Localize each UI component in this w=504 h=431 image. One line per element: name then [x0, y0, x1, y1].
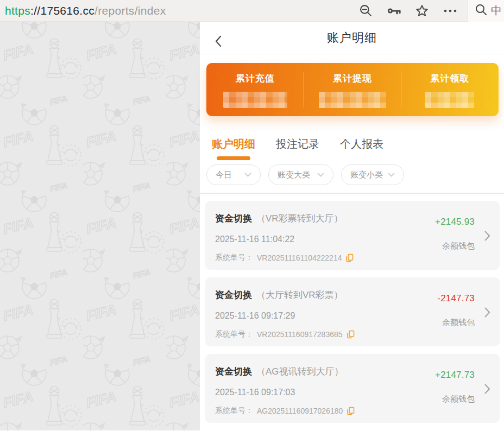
filter-major-category-dropdown[interactable]: 账变大类 [268, 164, 333, 185]
summary-label: 累计充值 [206, 72, 304, 85]
browser-toolbar: https://175616.cc/reports/index [0, 0, 504, 22]
summary-label: 累计领取 [401, 72, 499, 85]
transaction-amount: -2147.73 [437, 293, 475, 304]
transaction-detail: （大厅转到VR彩票） [256, 290, 343, 300]
masked-value [319, 92, 386, 108]
transaction-card[interactable]: 资金切换（AG视讯转到大厅） 2025-11-16 09:17:03 系统单号：… [205, 354, 500, 423]
transaction-list: 资金切换（VR彩票转到大厅） 2025-11-16 11:04:22 系统单号：… [200, 194, 504, 430]
order-label: 系统单号： [215, 406, 253, 416]
transaction-time: 2025-11-16 09:17:29 [215, 311, 476, 321]
chevron-down-icon [244, 173, 251, 178]
back-icon[interactable] [213, 35, 224, 50]
transaction-card[interactable]: 资金切换（大厅转到VR彩票） 2025-11-16 09:17:29 系统单号：… [205, 277, 500, 346]
chevron-right-icon[interactable] [484, 307, 490, 320]
tab-label: 投注记录 [276, 138, 319, 150]
masked-value [223, 92, 287, 108]
transaction-amount: +2145.93 [435, 217, 475, 227]
fifa-wallpaper: FIFA FIFA [0, 22, 200, 430]
fifa-pattern-background: FIFA FIFA [0, 22, 200, 430]
more-options-icon[interactable] [443, 4, 458, 17]
tab-personal-report[interactable]: 个人报表 [340, 137, 383, 160]
transaction-amount-block: +2145.93 余额钱包 [435, 217, 475, 251]
order-number: AG202511160917026180 [257, 407, 343, 415]
wallet-label: 余额钱包 [437, 318, 475, 328]
bookmark-star-icon[interactable] [415, 4, 429, 18]
order-label: 系统单号： [215, 253, 253, 263]
wallet-label: 余额钱包 [435, 241, 475, 251]
tab-account-detail[interactable]: 账户明细 [212, 137, 255, 160]
zoom-out-icon[interactable] [359, 4, 373, 17]
search-icon [475, 3, 488, 18]
find-query-text: 中 [491, 3, 502, 18]
summary-total-claim: 累计领取 [401, 63, 499, 116]
masked-value [425, 92, 474, 108]
active-tab-underline [217, 156, 250, 160]
url-path: /reports/index [94, 4, 166, 17]
page-title: 账户明细 [327, 30, 377, 46]
transaction-card[interactable]: 资金切换（VR彩票转到大厅） 2025-11-16 11:04:22 系统单号：… [205, 201, 500, 270]
transaction-order-row: 系统单号：VR202511160917283685 [215, 329, 476, 339]
filter-bar: 今日 账变大类 账变小类 [200, 163, 504, 193]
address-bar[interactable]: https://175616.cc/reports/index [0, 4, 359, 17]
summary-card: 累计充值 累计提现 累计领取 [206, 63, 499, 116]
transaction-title: 资金切换（大厅转到VR彩票） [215, 289, 476, 301]
transaction-type: 资金切换 [215, 213, 252, 224]
toolbar-icons [359, 4, 458, 18]
transaction-detail: （VR彩票转到大厅） [256, 213, 343, 224]
summary-divider [401, 72, 401, 107]
find-in-page-box[interactable]: 中 [468, 0, 504, 22]
chevron-down-icon [317, 173, 324, 178]
transaction-type: 资金切换 [215, 290, 252, 300]
tab-bet-records[interactable]: 投注记录 [276, 137, 319, 160]
filter-label: 账变大类 [278, 170, 310, 180]
chevron-right-icon[interactable] [484, 231, 490, 243]
filter-date-dropdown[interactable]: 今日 [206, 164, 261, 185]
summary-total-withdraw: 累计提现 [304, 63, 401, 116]
page-content: FIFA FIFA [0, 22, 504, 430]
account-detail-panel: 账户明细 累计充值 累计提现 累计领取 [200, 22, 504, 430]
summary-total-deposit: 累计充值 [206, 63, 304, 116]
transaction-amount-block: -2147.73 余额钱包 [437, 293, 475, 328]
page-header: 账户明细 [200, 22, 504, 54]
password-key-icon[interactable] [386, 4, 401, 17]
filter-label: 账变小类 [350, 170, 383, 180]
order-label: 系统单号： [215, 329, 253, 339]
transaction-order-row: 系统单号：AG202511160917026180 [215, 406, 476, 416]
url-scheme: https [5, 4, 30, 17]
filter-minor-category-dropdown[interactable]: 账变小类 [341, 164, 404, 185]
summary-divider [304, 72, 304, 107]
tab-label: 个人报表 [340, 138, 383, 150]
filter-label: 今日 [216, 170, 232, 180]
summary-section: 累计充值 累计提现 累计领取 [200, 54, 504, 126]
transaction-detail: （AG视讯转到大厅） [256, 366, 344, 377]
transaction-amount: +2147.73 [435, 370, 475, 381]
tab-bar: 账户明细 投注记录 个人报表 [200, 126, 504, 163]
copy-icon[interactable] [345, 253, 354, 262]
url-host: ://175616.cc [30, 4, 94, 17]
summary-label: 累计提现 [304, 72, 401, 85]
chevron-down-icon [388, 173, 395, 178]
transaction-type: 资金切换 [215, 366, 252, 377]
chevron-right-icon[interactable] [484, 384, 490, 396]
transaction-amount-block: +2147.73 余额钱包 [435, 370, 475, 404]
order-number: VR202511161104222214 [257, 253, 342, 262]
copy-icon[interactable] [346, 330, 355, 339]
order-number: VR202511160917283685 [257, 330, 343, 339]
wallet-label: 余额钱包 [435, 394, 475, 404]
tab-label: 账户明细 [212, 138, 255, 150]
copy-icon[interactable] [346, 407, 355, 415]
transaction-order-row: 系统单号：VR202511161104222214 [215, 253, 476, 263]
